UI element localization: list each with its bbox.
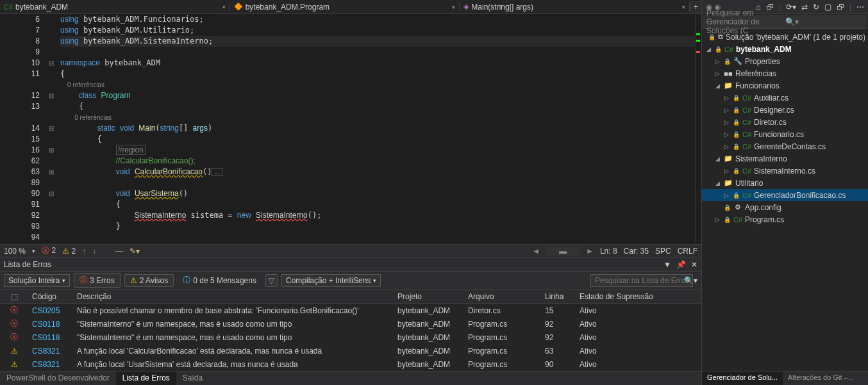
close-icon[interactable]: ✕ xyxy=(691,260,697,269)
tree-node[interactable]: 🔒⚙App.config xyxy=(702,201,868,213)
nav-class-label: bytebank_ADM.Program xyxy=(246,3,330,12)
chevron-down-icon: ▾ xyxy=(222,4,226,10)
line-indicator[interactable]: Ln: 8 xyxy=(600,247,617,256)
chevron-down-icon: ▾ xyxy=(682,4,685,10)
add-tab-button[interactable]: + xyxy=(690,1,701,13)
tree-node[interactable]: ▷🔒C#Diretor.cs xyxy=(702,116,868,128)
error-list-title: Lista de Erros xyxy=(4,260,51,269)
bottom-tab-bar: PowerShell do Desenvolvedor Lista de Err… xyxy=(0,371,701,385)
nav-project-label: bytebank_ADM xyxy=(15,3,68,12)
tab-error-list[interactable]: Lista de Erros xyxy=(116,372,176,385)
collapse-icon[interactable]: ⇄ xyxy=(801,3,808,12)
error-row[interactable]: ⓧCS0205Não é possível chamar o membro de… xyxy=(0,304,701,317)
csharp-icon: C# xyxy=(4,3,13,11)
error-search-input[interactable] xyxy=(590,274,693,287)
tab-powershell[interactable]: PowerShell do Desenvolvedor xyxy=(0,372,116,385)
errors-filter-button[interactable]: ⓧ3 Erros xyxy=(74,273,121,288)
col-desc-header[interactable]: Descrição xyxy=(73,291,394,302)
nav-method[interactable]: ◈ Main(string[] args) ▾ xyxy=(460,3,690,12)
messages-filter-button[interactable]: ⓘ0 de 5 Mensagens xyxy=(178,274,262,287)
tree-node[interactable]: ▷🔒C#GerenciadorBonificacao.cs xyxy=(702,189,868,201)
solution-explorer: ◉ ◉ ⌂ 🗗 | ⟳▾ ⇄ ↻ ▢ 🗗 | ⋯ Pesquisar em Ge… xyxy=(701,0,868,385)
search-icon[interactable]: 🔍▾ xyxy=(684,276,697,285)
error-list-panel: Lista de Erros ▼ 📌 ✕ Solução Inteira▾ ⓧ3… xyxy=(0,257,701,371)
pen-icon[interactable]: ✎▾ xyxy=(129,247,140,256)
tree-node[interactable]: ▷🔒C#SistemaInterno.cs xyxy=(702,165,868,177)
refresh-icon[interactable]: ↻ xyxy=(813,3,819,12)
col-code-header[interactable]: Código xyxy=(28,291,73,302)
tab-solution-explorer[interactable]: Gerenciador de Solu... xyxy=(702,372,783,385)
tab-git-changes[interactable]: Alterações do Git –... xyxy=(783,372,859,385)
tree-node[interactable]: 🔒⧉Solução 'bytebank_ADM' (1 de 1 projeto… xyxy=(702,31,868,43)
dropdown-icon[interactable]: ▼ xyxy=(664,260,671,269)
lineending-indicator[interactable]: CRLF xyxy=(678,247,697,256)
error-count-icon[interactable]: ⓧ 2 xyxy=(42,245,56,256)
nav-down-icon[interactable]: ↓ xyxy=(92,247,96,256)
properties-icon[interactable]: 🗗 xyxy=(837,3,844,12)
code-content[interactable]: using bytebank_ADM.Funcionarios;using by… xyxy=(58,14,695,244)
col-file-header[interactable]: Arquivo xyxy=(464,291,541,302)
tree-node[interactable]: ▷🔒C#Funcionario.cs xyxy=(702,128,868,140)
tree-node[interactable]: ▷🔒C#GerenteDeContas.cs xyxy=(702,140,868,152)
col-icon-header[interactable]: ⬚ xyxy=(0,291,28,302)
showall-icon[interactable]: ▢ xyxy=(824,3,831,12)
class-icon: 🔶 xyxy=(234,3,243,11)
col-line-header[interactable]: Linha xyxy=(541,291,576,302)
error-row[interactable]: ⓧCS0118"SistemaInterno" é um namespace, … xyxy=(0,317,701,331)
tree-node[interactable]: ◢📁Utilitario xyxy=(702,177,868,189)
more-icon[interactable]: ⋯ xyxy=(856,3,864,12)
tree-node[interactable]: ▷🔒C#Auxiliar.cs xyxy=(702,92,868,104)
col-proj-header[interactable]: Projeto xyxy=(394,291,464,302)
warnings-filter-button[interactable]: ⚠2 Avisos xyxy=(124,274,174,287)
col-indicator[interactable]: Car: 35 xyxy=(624,247,649,256)
minimap[interactable] xyxy=(695,14,701,244)
filter-button[interactable]: ▽ xyxy=(265,274,278,287)
tree-node[interactable]: ▷🔒🔧Properties xyxy=(702,55,868,67)
tree-node[interactable]: ◢📁Funcionarios xyxy=(702,79,868,92)
code-editor[interactable]: 678💡9101112131415166263899091929394 ⊟⊟⊟⊞… xyxy=(0,14,701,244)
scope-dropdown[interactable]: Solução Inteira▾ xyxy=(4,274,70,287)
method-icon: ◈ xyxy=(463,3,469,11)
tree-node[interactable]: ▷🔒C#Program.cs xyxy=(702,213,868,225)
sync-icon[interactable]: ⟳▾ xyxy=(786,3,796,12)
build-intellisense-dropdown[interactable]: Compilação + IntelliSens▾ xyxy=(281,274,381,287)
navigation-bar: C# bytebank_ADM ▾ 🔶 bytebank_ADM.Program… xyxy=(0,0,701,14)
error-row[interactable]: ⚠CS8321A função local 'UsarSistema' está… xyxy=(0,357,701,371)
nav-up-icon[interactable]: ↑ xyxy=(82,247,86,256)
tree-node[interactable]: ▷■■Referências xyxy=(702,67,868,79)
col-state-header[interactable]: Estado de Supressão xyxy=(576,291,659,302)
warning-count-icon[interactable]: ⚠ 2 xyxy=(62,247,76,256)
chevron-down-icon: ▾ xyxy=(452,4,455,10)
search-icon: 🔍▾ xyxy=(785,17,864,26)
solution-tree[interactable]: 🔒⧉Solução 'bytebank_ADM' (1 de 1 projeto… xyxy=(702,29,868,371)
zoom-level[interactable]: 100 % xyxy=(4,247,26,256)
spaces-indicator[interactable]: SPC xyxy=(655,247,671,256)
pin-icon[interactable]: 📌 xyxy=(676,260,686,269)
nav-class[interactable]: 🔶 bytebank_ADM.Program ▾ xyxy=(230,3,460,12)
nav-method-label: Main(string[] args) xyxy=(471,3,533,12)
error-row[interactable]: ⓧCS0118"SistemaInterno" é um namespace, … xyxy=(0,331,701,344)
tree-node[interactable]: ◢📁SistemaInterno xyxy=(702,152,868,165)
solution-search[interactable]: Pesquisar em Gerenciador de Soluções (C … xyxy=(703,15,867,29)
editor-status-bar: 100 % ▾ ⓧ 2 ⚠ 2 ↑ ↓ ― ✎▾ ◄ ▬ ► Ln: 8 Car… xyxy=(0,244,701,257)
fold-column[interactable]: ⊟⊟⊟⊞⊞⊟ xyxy=(45,14,58,244)
tab-output[interactable]: Saída xyxy=(176,372,209,385)
tree-node[interactable]: ◢🔒C#bytebank_ADM xyxy=(702,43,868,55)
tree-node[interactable]: ▷🔒C#Designer.cs xyxy=(702,104,868,116)
line-gutter: 678💡9101112131415166263899091929394 xyxy=(0,14,45,244)
error-row[interactable]: ⚠CS8321A função local 'CalcularBonificac… xyxy=(0,344,701,357)
error-table-header: ⬚ Código Descrição Projeto Arquivo Linha… xyxy=(0,290,701,304)
nav-project[interactable]: C# bytebank_ADM ▾ xyxy=(0,3,230,12)
